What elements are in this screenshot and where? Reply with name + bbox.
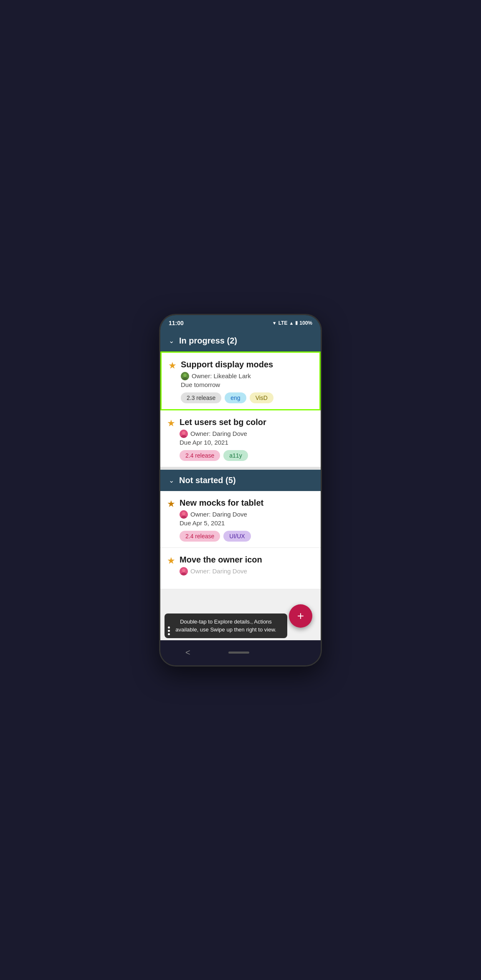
task-title-task3: New mocks for tablet [180, 498, 314, 508]
tooltip-bar: Double-tap to Explore details., Actions … [165, 613, 287, 638]
dot-3 [168, 633, 170, 635]
avatar-task2 [180, 430, 188, 438]
star-icon-task1[interactable]: ★ [168, 360, 177, 403]
task-title-task2: Let users set bg color [180, 417, 314, 427]
due-date-task1: Due tomorrow [181, 381, 313, 388]
section-header-not-started[interactable]: ⌄ Not started (5) [160, 470, 321, 491]
section-header-not-started-label: Not started (5) [179, 476, 236, 485]
dot-2 [168, 630, 170, 632]
tag-24release-task3[interactable]: 2.4 release [180, 531, 220, 542]
tag-eng-task1[interactable]: eng [225, 392, 246, 403]
tooltip-text: Double-tap to Explore details., Actions … [175, 619, 276, 633]
tag-uiux-task3[interactable]: UI/UX [223, 531, 251, 542]
three-dots-menu[interactable] [168, 626, 170, 635]
task-card-let-users-set-bg[interactable]: ★ Let users set bg color Owner: Daring D… [160, 410, 321, 467]
task-meta-task4: Owner: Daring Dove [180, 567, 314, 575]
tags-task3: 2.4 release UI/UX [180, 531, 314, 542]
svg-point-4 [182, 431, 185, 435]
task-content-task4: Move the owner icon Owner: Daring Dove [180, 555, 314, 576]
task-meta-task3: Owner: Daring Dove [180, 510, 314, 519]
owner-name-task3: Owner: Daring Dove [190, 511, 247, 518]
battery-percent: 100% [299, 320, 312, 326]
task-meta-task2: Owner: Daring Dove [180, 430, 314, 438]
nav-back-button[interactable]: < [185, 648, 190, 657]
owner-name-task1: Owner: Likeable Lark [192, 372, 251, 379]
nav-home-pill[interactable] [228, 652, 249, 654]
chevron-down-icon-2: ⌄ [169, 476, 174, 484]
tag-23release-task1[interactable]: 2.3 release [181, 392, 221, 403]
lte-label: LTE [278, 320, 288, 326]
fab-add-button[interactable]: + [289, 604, 312, 628]
status-icons: ▼ LTE ▲ ▮ 100% [272, 320, 312, 326]
battery-icon: ▮ [295, 320, 298, 326]
task-card-move-owner-icon[interactable]: ★ Move the owner icon Owner: Daring Dove [160, 548, 321, 589]
chevron-down-icon: ⌄ [169, 337, 174, 345]
phone-frame: 11:00 ▼ LTE ▲ ▮ 100% ⌄ In progress (2) ★… [159, 314, 322, 667]
task-meta-task1: Owner: Likeable Lark [181, 372, 313, 380]
svg-point-1 [183, 374, 187, 377]
fab-icon: + [297, 609, 304, 623]
task-title-task4: Move the owner icon [180, 555, 314, 565]
wifi-icon: ▼ [272, 321, 277, 326]
dot-1 [168, 626, 170, 629]
scroll-area[interactable]: ⌄ In progress (2) ★ Support display mode… [160, 330, 321, 643]
task-content-task3: New mocks for tablet Owner: Daring Dove … [180, 498, 314, 542]
owner-name-task4: Owner: Daring Dove [190, 568, 247, 575]
section-header-in-progress-label: In progress (2) [179, 336, 237, 346]
star-icon-task4[interactable]: ★ [167, 555, 175, 576]
due-date-task2: Due Apr 10, 2021 [180, 439, 314, 446]
owner-name-task2: Owner: Daring Dove [190, 430, 247, 437]
nav-bar: < [160, 640, 321, 665]
avatar-task4 [180, 567, 188, 575]
task-content-task1: Support display modes Owner: Likeable La… [181, 359, 313, 403]
tags-task2: 2.4 release a11y [180, 450, 314, 461]
status-bar: 11:00 ▼ LTE ▲ ▮ 100% [160, 315, 321, 330]
star-icon-task3[interactable]: ★ [167, 499, 175, 542]
svg-point-10 [182, 569, 185, 572]
tag-24release-task2[interactable]: 2.4 release [180, 450, 220, 461]
star-icon-task2[interactable]: ★ [167, 418, 175, 461]
tags-task1: 2.3 release eng VisD [181, 392, 313, 403]
section-header-in-progress[interactable]: ⌄ In progress (2) [160, 330, 321, 351]
tag-visd-task1[interactable]: VisD [250, 392, 273, 403]
status-time: 11:00 [169, 320, 184, 326]
svg-point-7 [182, 512, 185, 515]
task-content-task2: Let users set bg color Owner: Daring Dov… [180, 417, 314, 461]
task-card-new-mocks-tablet[interactable]: ★ New mocks for tablet Owner: Daring Dov… [160, 491, 321, 548]
task-title-task1: Support display modes [181, 359, 313, 369]
due-date-task3: Due Apr 5, 2021 [180, 519, 314, 527]
tag-a11y-task2[interactable]: a11y [223, 450, 248, 461]
signal-icon: ▲ [289, 321, 294, 326]
avatar-task1 [181, 372, 189, 380]
task-card-support-display-modes[interactable]: ★ Support display modes Owner: Likeable … [160, 351, 321, 410]
avatar-task3 [180, 510, 188, 519]
